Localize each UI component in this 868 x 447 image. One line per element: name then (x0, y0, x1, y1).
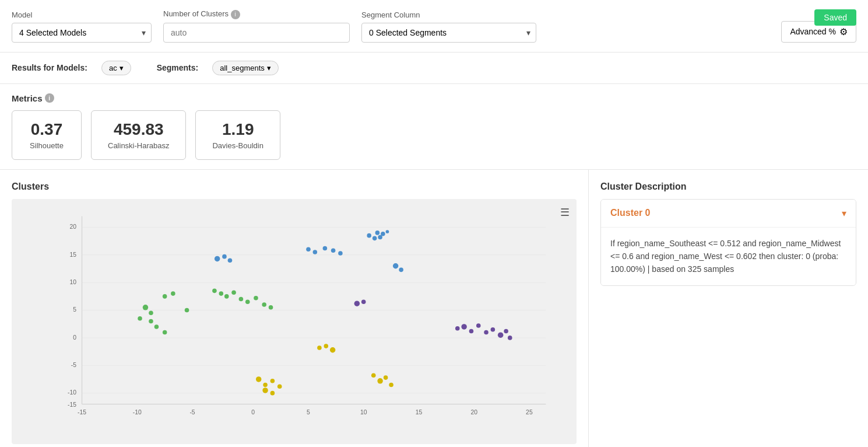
svg-text:-10: -10 (68, 389, 76, 396)
chart-menu-icon[interactable]: ☰ (560, 206, 570, 219)
svg-text:5: 5 (73, 306, 76, 313)
svg-point-38 (222, 254, 227, 259)
cluster-header: Cluster 0 ▾ (601, 200, 856, 228)
clusters-panel: Clusters ☰ 20 15 10 5 (0, 170, 588, 448)
clusters-field: Number of Clusters i (163, 9, 350, 43)
main-content: Clusters ☰ 20 15 10 5 (0, 170, 868, 448)
svg-point-81 (377, 378, 382, 383)
segment-label: Segment Column (361, 11, 536, 19)
metrics-title: Metrics i (12, 93, 856, 103)
svg-point-45 (149, 319, 153, 323)
cluster-name: Cluster 0 (610, 208, 650, 218)
model-label: Model (12, 11, 152, 19)
svg-point-33 (313, 250, 318, 254)
svg-point-73 (330, 347, 335, 352)
svg-text:15: 15 (416, 408, 423, 415)
cluster-card: Cluster 0 ▾ If region_name_Southeast <= … (600, 199, 856, 286)
results-label: Results for Models: (12, 63, 87, 72)
metric-calinski: 459.83 Calinski-Harabasz (91, 110, 186, 160)
svg-point-37 (215, 256, 220, 261)
metric-davies: 1.19 Davies-Bouldin (195, 110, 280, 160)
svg-point-34 (323, 246, 328, 250)
cluster-description-text: If region_name_Southeast <= 0.512 and re… (610, 239, 841, 274)
svg-point-46 (154, 324, 159, 329)
svg-point-56 (269, 305, 273, 310)
svg-point-47 (163, 330, 167, 334)
model-select-wrapper: 4 Selected Models ▾ (12, 23, 152, 43)
svg-point-30 (378, 235, 382, 239)
svg-point-66 (484, 330, 489, 334)
svg-point-59 (185, 308, 189, 312)
cluster-chevron-icon[interactable]: ▾ (842, 208, 846, 219)
model-tag-chevron: ▾ (120, 64, 124, 72)
davies-name: Davies-Bouldin (212, 141, 263, 150)
metric-silhouette: 0.37 Silhouette (12, 110, 82, 160)
svg-point-82 (384, 375, 388, 380)
results-bar: Results for Models: ac ▾ Segments: all_s… (0, 53, 868, 84)
svg-point-70 (508, 336, 512, 340)
saved-button[interactable]: Saved (814, 9, 856, 26)
svg-point-44 (138, 316, 142, 320)
svg-point-79 (270, 390, 275, 395)
metrics-grid: 0.37 Silhouette 459.83 Calinski-Harabasz… (12, 110, 856, 160)
svg-point-75 (263, 382, 268, 387)
clusters-panel-title: Clusters (12, 181, 577, 192)
svg-point-40 (393, 263, 398, 268)
clusters-info-icon: i (231, 10, 240, 19)
svg-text:0: 0 (251, 408, 255, 415)
svg-point-67 (491, 327, 496, 331)
svg-point-74 (256, 376, 261, 382)
segment-select[interactable]: 0 Selected Segments (361, 23, 536, 43)
svg-point-71 (317, 345, 322, 350)
svg-point-50 (224, 294, 229, 299)
silhouette-value: 0.37 (29, 120, 65, 139)
chart-container: ☰ 20 15 10 5 0 -5 (12, 199, 577, 444)
svg-point-31 (386, 230, 389, 233)
svg-text:10: 10 (360, 408, 367, 415)
segment-tag-button[interactable]: all_segments ▾ (212, 61, 279, 75)
svg-text:5: 5 (307, 408, 310, 415)
svg-point-78 (262, 387, 268, 393)
svg-text:-10: -10 (133, 408, 142, 415)
metrics-info-icon: i (45, 93, 54, 103)
svg-point-35 (331, 248, 336, 253)
svg-point-43 (149, 310, 153, 315)
svg-point-41 (399, 267, 403, 272)
svg-point-52 (239, 296, 244, 301)
svg-point-62 (455, 326, 460, 331)
svg-point-64 (469, 329, 474, 333)
model-select[interactable]: 4 Selected Models (12, 23, 152, 43)
segment-tag-value: all_segments (220, 64, 265, 72)
segment-tag-chevron: ▾ (267, 64, 271, 72)
svg-point-26 (367, 233, 371, 238)
svg-point-27 (375, 231, 380, 235)
svg-point-53 (245, 299, 250, 304)
clusters-chart: 20 15 10 5 0 -5 -10 -15 -15 -10 -5 0 5 1… (35, 211, 571, 421)
svg-point-49 (219, 291, 224, 296)
svg-point-48 (212, 288, 217, 293)
segment-field: Segment Column 0 Selected Segments ▾ (361, 11, 536, 43)
svg-point-68 (498, 332, 503, 337)
svg-point-72 (324, 344, 329, 348)
svg-point-29 (372, 236, 377, 240)
svg-point-60 (354, 301, 360, 306)
svg-point-63 (461, 324, 466, 329)
svg-point-54 (254, 295, 258, 300)
svg-text:25: 25 (526, 408, 533, 415)
svg-point-55 (262, 302, 266, 307)
davies-value: 1.19 (212, 120, 263, 139)
svg-point-80 (371, 373, 376, 378)
svg-point-65 (476, 323, 481, 328)
svg-text:0: 0 (73, 334, 76, 340)
svg-point-39 (228, 258, 233, 263)
svg-point-42 (143, 305, 148, 310)
calinski-value: 459.83 (108, 120, 169, 139)
clusters-input[interactable] (163, 23, 350, 43)
svg-point-69 (504, 329, 508, 333)
svg-text:-15: -15 (78, 408, 86, 415)
svg-text:15: 15 (70, 251, 77, 257)
silhouette-name: Silhouette (29, 141, 65, 150)
svg-point-61 (361, 299, 366, 304)
svg-point-36 (338, 251, 343, 256)
model-tag-button[interactable]: ac ▾ (101, 61, 131, 75)
